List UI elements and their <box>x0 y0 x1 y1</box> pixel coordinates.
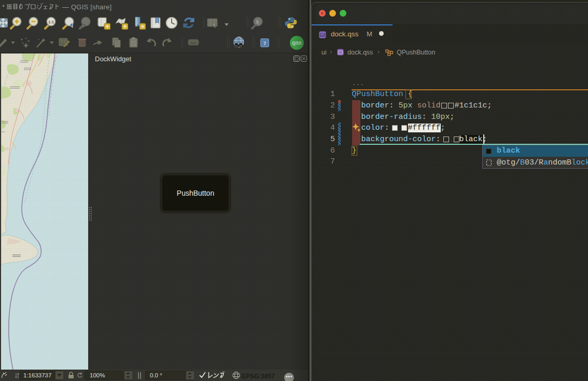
svg-text:?: ? <box>263 40 267 46</box>
svg-text:cue: cue <box>190 41 197 45</box>
svg-text:1:1: 1:1 <box>48 20 54 24</box>
